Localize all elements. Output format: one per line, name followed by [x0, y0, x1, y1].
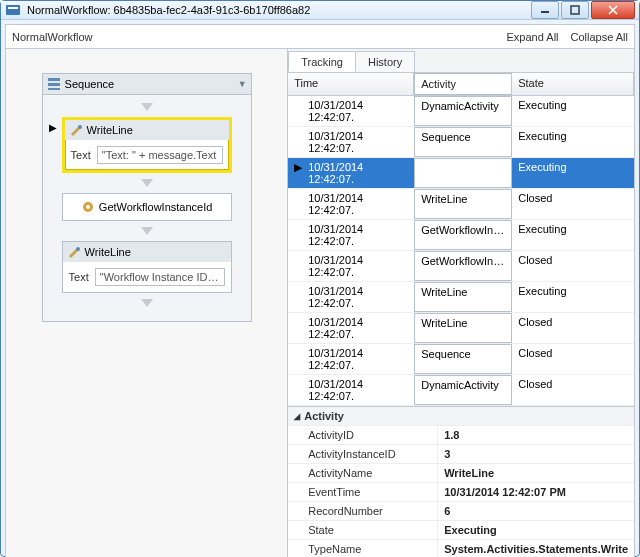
svg-rect-7	[48, 83, 60, 86]
cell-state: Executing	[512, 127, 634, 157]
col-activity[interactable]: Activity	[414, 73, 512, 95]
getworkflowinstanceid-header[interactable]: GetWorkflowInstanceId	[63, 194, 231, 220]
table-row[interactable]: 10/31/2014 12:42:07.WriteLineClosed	[288, 313, 634, 344]
writeline-2-param-label: Text	[69, 271, 89, 283]
sequence-activity[interactable]: Sequence ▼ WriteLine	[42, 73, 252, 557]
gear-icon	[81, 200, 95, 214]
cell-time: 10/31/2014 12:42:07.	[302, 189, 414, 219]
property-row[interactable]: RecordNumber6	[288, 501, 634, 520]
property-key: ActivityID	[288, 426, 438, 444]
table-row[interactable]: 10/31/2014 12:42:07.GetWorkflowInstanceI…	[288, 251, 634, 282]
property-value: System.Activities.Statements.Write	[438, 540, 634, 557]
table-row[interactable]: 10/31/2014 12:42:07.GetWorkflowInstanceI…	[288, 220, 634, 251]
property-key: EventTime	[288, 483, 438, 501]
col-state[interactable]: State	[512, 73, 634, 95]
property-row[interactable]: ActivityID1.8	[288, 425, 634, 444]
writeline-icon	[67, 245, 81, 259]
designer-canvas[interactable]: Sequence ▼ WriteLine	[6, 49, 287, 557]
app-window: NormalWorkflow: 6b4835ba-fec2-4a3f-91c3-…	[0, 0, 640, 557]
property-row[interactable]: ActivityNameWriteLine	[288, 463, 634, 482]
svg-point-12	[76, 247, 80, 251]
cell-state: Closed	[512, 344, 634, 374]
svg-rect-0	[6, 5, 20, 15]
writeline-1-label: WriteLine	[87, 124, 133, 136]
current-row-indicator-icon	[288, 251, 302, 281]
table-row[interactable]: ▶10/31/2014 12:42:07.WriteLineExecuting	[288, 158, 634, 189]
tracking-grid[interactable]: Time Activity State 10/31/2014 12:42:07.…	[288, 73, 634, 406]
cell-time: 10/31/2014 12:42:07.	[302, 375, 414, 405]
current-row-indicator-icon	[288, 375, 302, 405]
window-title: NormalWorkflow: 6b4835ba-fec2-4a3f-91c3-…	[27, 4, 531, 16]
property-value: 1.8	[438, 426, 634, 444]
tab-tracking[interactable]: Tracking	[288, 51, 356, 72]
drop-indicator-icon	[141, 299, 153, 307]
minimize-button[interactable]	[531, 1, 559, 19]
sequence-header[interactable]: Sequence ▼	[42, 73, 252, 95]
svg-rect-6	[48, 78, 60, 81]
property-value: 6	[438, 502, 634, 520]
writeline-1-body: Text "Text: " + message.Text	[65, 140, 229, 170]
cell-activity: GetWorkflowInstanceId	[414, 251, 512, 281]
writeline-1-header[interactable]: WriteLine	[65, 120, 229, 140]
property-row[interactable]: TypeNameSystem.Activities.Statements.Wri…	[288, 539, 634, 557]
body: Sequence ▼ WriteLine	[6, 49, 634, 557]
designer-toolbar: NormalWorkflow Expand All Collapse All	[6, 25, 634, 49]
maximize-button[interactable]	[561, 1, 589, 19]
table-row[interactable]: 10/31/2014 12:42:07.SequenceClosed	[288, 344, 634, 375]
table-row[interactable]: 10/31/2014 12:42:07.WriteLineClosed	[288, 189, 634, 220]
expand-all-link[interactable]: Expand All	[507, 31, 559, 43]
getworkflowinstanceid-activity[interactable]: GetWorkflowInstanceId	[62, 193, 232, 221]
cell-time: 10/31/2014 12:42:07.	[302, 251, 414, 281]
grid-rows: 10/31/2014 12:42:07.DynamicActivityExecu…	[288, 96, 634, 406]
table-row[interactable]: 10/31/2014 12:42:07.SequenceExecuting	[288, 127, 634, 158]
property-row[interactable]: ActivityInstanceID3	[288, 444, 634, 463]
titlebar[interactable]: NormalWorkflow: 6b4835ba-fec2-4a3f-91c3-…	[1, 1, 639, 20]
current-row-indicator-icon	[288, 313, 302, 343]
property-row[interactable]: EventTime10/31/2014 12:42:07 PM	[288, 482, 634, 501]
prop-section-activity-header[interactable]: ◢ Activity	[288, 407, 634, 425]
cell-activity: WriteLine	[414, 158, 512, 188]
window-buttons	[531, 1, 635, 19]
sequence-icon	[47, 77, 61, 91]
current-row-indicator-icon	[288, 96, 302, 126]
current-row-indicator-icon	[288, 282, 302, 312]
cell-time: 10/31/2014 12:42:07.	[302, 96, 414, 126]
cell-state: Closed	[512, 189, 634, 219]
writeline-2-header[interactable]: WriteLine	[63, 242, 231, 262]
property-value: 3	[438, 445, 634, 463]
writeline-activity-2[interactable]: WriteLine Text "Workflow Instance ID: " …	[62, 241, 232, 293]
property-key: TypeName	[288, 540, 438, 557]
table-row[interactable]: 10/31/2014 12:42:07.DynamicActivityClose…	[288, 375, 634, 406]
property-row[interactable]: StateExecuting	[288, 520, 634, 539]
grid-header: Time Activity State	[288, 73, 634, 96]
cell-time: 10/31/2014 12:42:07.	[302, 127, 414, 157]
current-row-indicator-icon	[288, 189, 302, 219]
tabstrip: Tracking History	[288, 49, 634, 73]
cell-time: 10/31/2014 12:42:07.	[302, 344, 414, 374]
cell-state: Executing	[512, 158, 634, 188]
col-time[interactable]: Time	[288, 73, 414, 95]
table-row[interactable]: 10/31/2014 12:42:07.WriteLineExecuting	[288, 282, 634, 313]
cell-activity: WriteLine	[414, 313, 512, 343]
cell-activity: Sequence	[414, 127, 512, 157]
workflow-name: NormalWorkflow	[12, 31, 495, 43]
tab-history[interactable]: History	[355, 51, 415, 72]
prop-section-activity-label: Activity	[304, 410, 344, 422]
writeline-2-expression[interactable]: "Workflow Instance ID: " + w	[95, 268, 225, 286]
svg-rect-1	[8, 7, 18, 9]
chevron-up-icon[interactable]: ▼	[238, 79, 247, 89]
drop-indicator-icon	[141, 179, 153, 187]
cell-activity: Sequence	[414, 344, 512, 374]
writeline-1-expression[interactable]: "Text: " + message.Text	[97, 146, 223, 164]
client-area: NormalWorkflow Expand All Collapse All S…	[5, 24, 635, 557]
collapse-all-link[interactable]: Collapse All	[571, 31, 628, 43]
svg-point-11	[86, 205, 90, 209]
property-key: ActivityInstanceID	[288, 445, 438, 463]
current-row-indicator-icon	[288, 127, 302, 157]
property-grid[interactable]: ◢ Activity ActivityID1.8ActivityInstance…	[288, 406, 634, 557]
property-key: State	[288, 521, 438, 539]
table-row[interactable]: 10/31/2014 12:42:07.DynamicActivityExecu…	[288, 96, 634, 127]
svg-line-4	[609, 6, 617, 14]
close-button[interactable]	[591, 1, 635, 19]
writeline-activity-1[interactable]: WriteLine Text "Text: " + message.Text	[62, 117, 232, 173]
